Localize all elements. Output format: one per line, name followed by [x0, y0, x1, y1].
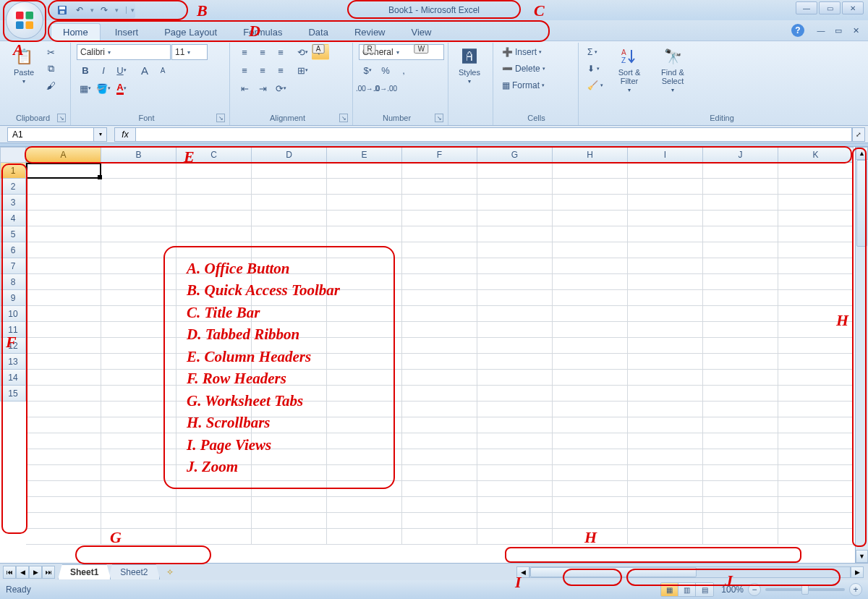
cell[interactable] [778, 433, 854, 449]
cell[interactable] [26, 402, 101, 417]
cell[interactable] [703, 529, 778, 545]
cell[interactable] [477, 195, 553, 211]
cell[interactable] [703, 258, 778, 274]
cell[interactable] [628, 529, 703, 545]
horizontal-scrollbar[interactable]: ◀ ▶ [516, 566, 864, 578]
cell[interactable] [477, 179, 553, 195]
cell[interactable] [628, 195, 703, 211]
new-sheet-button[interactable]: ✧ [161, 566, 179, 579]
cell[interactable] [252, 529, 327, 545]
cell[interactable] [402, 322, 477, 338]
cell[interactable] [327, 529, 402, 545]
cell[interactable] [176, 211, 252, 226]
cell[interactable] [628, 354, 703, 370]
align-bottom[interactable]: ≡ [272, 44, 289, 60]
increase-indent[interactable]: ⇥ [254, 80, 271, 96]
cell[interactable] [402, 242, 477, 258]
cell[interactable] [101, 370, 176, 386]
prev-sheet-button[interactable]: ◀ [16, 566, 29, 579]
cell[interactable] [327, 195, 402, 211]
cell[interactable] [477, 226, 553, 242]
minimize-button[interactable]: — [796, 1, 817, 14]
cell[interactable] [26, 290, 101, 306]
cell[interactable] [252, 242, 327, 258]
cell[interactable] [778, 290, 854, 306]
cell[interactable] [628, 497, 703, 513]
cell[interactable] [176, 226, 252, 242]
row-header-10[interactable]: 10 [0, 306, 26, 322]
redo-button[interactable]: ↷ [97, 4, 111, 17]
cell[interactable] [477, 163, 553, 179]
cell[interactable] [26, 481, 101, 497]
cell[interactable] [252, 449, 327, 465]
cell[interactable] [553, 163, 628, 179]
cell[interactable] [628, 465, 703, 481]
cell[interactable] [703, 513, 778, 529]
cell[interactable] [477, 211, 553, 226]
cell[interactable] [327, 274, 402, 290]
cell[interactable] [101, 195, 176, 211]
cell[interactable] [26, 370, 101, 386]
cell[interactable] [477, 386, 553, 402]
cell[interactable] [327, 226, 402, 242]
cell[interactable] [778, 370, 854, 386]
cell[interactable] [252, 370, 327, 386]
cell[interactable] [628, 402, 703, 417]
scroll-up-button[interactable]: ▲ [856, 147, 868, 160]
row-header-11[interactable]: 11 [0, 322, 26, 338]
cell[interactable] [327, 497, 402, 513]
cell[interactable] [327, 481, 402, 497]
cell[interactable] [101, 274, 176, 290]
accounting-button[interactable]: $▾ [359, 62, 376, 78]
number-launcher[interactable]: ↘ [435, 114, 443, 122]
cell[interactable] [101, 386, 176, 402]
cell[interactable] [703, 195, 778, 211]
cell[interactable] [553, 481, 628, 497]
page-break-view-button[interactable]: ▤ [696, 583, 713, 596]
row-header-2[interactable]: 2 [0, 179, 26, 195]
cell[interactable] [252, 258, 327, 274]
cell[interactable] [477, 513, 553, 529]
zoom-out-button[interactable]: − [748, 583, 761, 596]
row-header-14[interactable]: 14 [0, 370, 26, 386]
cell[interactable] [477, 417, 553, 433]
cell[interactable] [402, 497, 477, 513]
cell[interactable] [26, 497, 101, 513]
cell[interactable] [402, 386, 477, 402]
cell[interactable] [327, 386, 402, 402]
normal-view-button[interactable]: ▦ [661, 583, 678, 596]
cell[interactable] [176, 258, 252, 274]
cell[interactable] [778, 497, 854, 513]
cell[interactable] [101, 465, 176, 481]
percent-button[interactable]: % [377, 62, 394, 78]
cell[interactable] [778, 449, 854, 465]
tab-data[interactable]: DataA [297, 24, 339, 41]
cell[interactable] [778, 195, 854, 211]
cell[interactable] [252, 513, 327, 529]
zoom-slider[interactable] [765, 588, 845, 591]
cell[interactable] [327, 417, 402, 433]
cell[interactable] [26, 274, 101, 290]
cell[interactable] [553, 322, 628, 338]
cell[interactable] [26, 322, 101, 338]
row-header-4[interactable]: 4 [0, 211, 26, 226]
cell[interactable] [176, 529, 252, 545]
cell[interactable] [553, 465, 628, 481]
cell[interactable] [778, 242, 854, 258]
cell[interactable] [101, 258, 176, 274]
cell[interactable] [628, 290, 703, 306]
last-sheet-button[interactable]: ⏭ [42, 566, 55, 579]
cell[interactable] [477, 529, 553, 545]
help-button[interactable]: ? [791, 24, 804, 37]
workbook-restore[interactable]: ▭ [832, 24, 845, 37]
cell[interactable] [252, 354, 327, 370]
cell[interactable] [402, 433, 477, 449]
cell[interactable] [703, 226, 778, 242]
workbook-minimize[interactable]: — [814, 24, 827, 37]
find-select-button[interactable]: 🔭 Find & Select▾ [652, 44, 693, 95]
name-box-dropdown[interactable]: ▾ [94, 127, 107, 142]
align-right[interactable]: ≡ [272, 62, 289, 78]
undo-button[interactable]: ↶ [72, 4, 87, 17]
cell[interactable] [26, 242, 101, 258]
cell[interactable] [101, 242, 176, 258]
